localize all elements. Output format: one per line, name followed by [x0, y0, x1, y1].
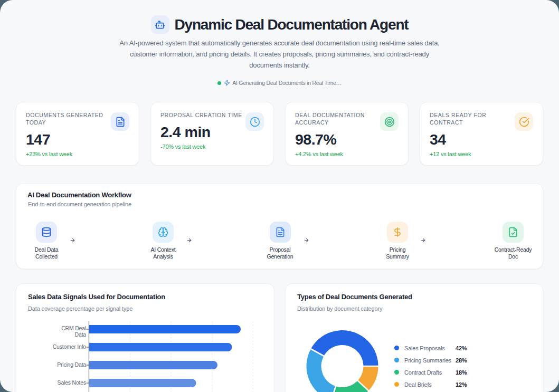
svg-text:Data: Data: [75, 331, 87, 338]
svg-text:Customer Info: Customer Info: [53, 343, 87, 350]
svg-text:Pricing Data: Pricing Data: [57, 361, 86, 368]
svg-text:Sales Notes: Sales Notes: [58, 379, 86, 386]
svg-text:CRM Deal: CRM Deal: [61, 325, 86, 331]
